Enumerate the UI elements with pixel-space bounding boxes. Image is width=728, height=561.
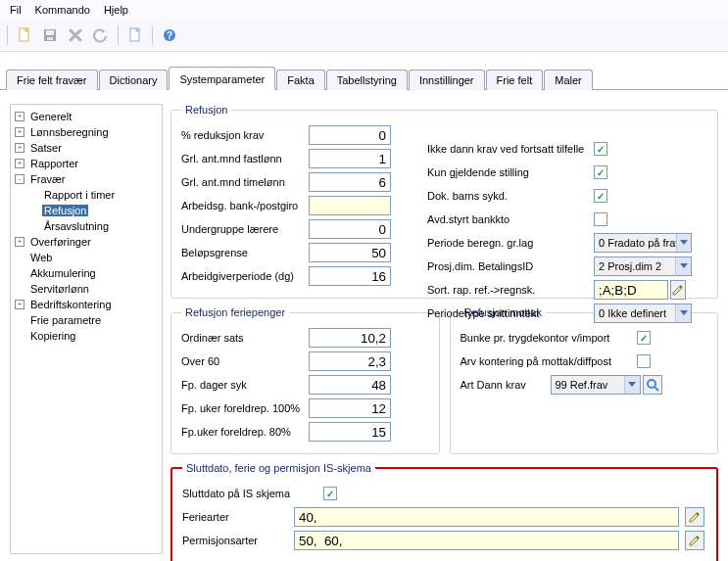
menu-fil[interactable]: Fil bbox=[10, 4, 22, 16]
tree-node-rapporter[interactable]: +Rapporter bbox=[13, 156, 160, 171]
tab-systemparameter[interactable]: Systemparameter bbox=[169, 67, 275, 90]
tree-node-servit-rl-nn[interactable]: Servitørlønn bbox=[13, 281, 160, 297]
tree-node-satser[interactable]: +Satser bbox=[13, 140, 160, 156]
bunke-checkbox[interactable]: ✓ bbox=[637, 331, 651, 345]
ordinar-label: Ordinær sats bbox=[181, 332, 309, 344]
tree-label: Lønnsberegning bbox=[28, 126, 111, 138]
feriearter-input[interactable] bbox=[294, 507, 679, 527]
sluttdato-checkbox[interactable]: ✓ bbox=[323, 487, 337, 500]
tree-toggle-icon[interactable]: + bbox=[15, 112, 24, 121]
tree-toggle-icon[interactable]: - bbox=[15, 174, 24, 184]
over60-input[interactable] bbox=[309, 351, 391, 371]
tab-fakta[interactable]: Fakta bbox=[276, 70, 325, 90]
sort-input[interactable] bbox=[594, 280, 668, 300]
chevron-down-icon bbox=[675, 257, 691, 275]
tree-toggle-icon[interactable]: + bbox=[15, 143, 24, 153]
tree-label: Generelt bbox=[28, 111, 73, 122]
tree-node--rsavslutning[interactable]: Årsavslutning bbox=[13, 218, 160, 234]
delete-button[interactable] bbox=[64, 23, 87, 47]
ikke-dann-checkbox[interactable]: ✓ bbox=[594, 142, 607, 156]
sluttdato-label: Sluttdato på IS skjema bbox=[182, 488, 319, 499]
uker80-input[interactable] bbox=[309, 422, 391, 442]
uker100-input[interactable] bbox=[309, 398, 391, 418]
ikke-dann-label: Ikke dann krav ved fortsatt tilfelle bbox=[427, 143, 594, 155]
tree-node-bedriftskontering[interactable]: +Bedriftskontering bbox=[13, 297, 160, 312]
tree-node-l-nnsberegning[interactable]: +Lønnsberegning bbox=[13, 124, 160, 140]
save-button[interactable] bbox=[38, 23, 62, 47]
bank-label: Arbeidsg. bank-/postgiro bbox=[181, 200, 309, 211]
tree-toggle-icon[interactable]: + bbox=[15, 159, 24, 168]
tree-label: Kopiering bbox=[28, 330, 77, 342]
timelonn-input[interactable] bbox=[309, 172, 391, 192]
page-button[interactable] bbox=[123, 23, 147, 47]
tree-label: Satser bbox=[28, 142, 64, 154]
art-combo[interactable]: 99 Ref.frav bbox=[551, 375, 641, 395]
kun-gjeld-checkbox[interactable]: ✓ bbox=[594, 165, 607, 179]
content-panel: Refusjon % reduksjon krav Grl. ant.mnd f… bbox=[170, 104, 718, 561]
permisjon-input[interactable] bbox=[294, 531, 679, 550]
tree-label: Fravær bbox=[28, 173, 67, 185]
chevron-down-icon bbox=[624, 376, 640, 394]
dager-input[interactable] bbox=[309, 375, 391, 395]
art-search-button[interactable] bbox=[643, 375, 662, 395]
is-skjema-legend: Sluttdato, ferie og permisjon IS-skjema bbox=[182, 462, 375, 474]
tree-node-frie-parametre[interactable]: Frie parametre bbox=[13, 312, 160, 328]
new-doc-button[interactable] bbox=[13, 23, 36, 47]
tree-node-refusjon[interactable]: Refusjon bbox=[13, 203, 160, 218]
tab-tabellstyring[interactable]: Tabellstyring bbox=[326, 70, 408, 90]
separator bbox=[7, 25, 8, 45]
feriearter-edit-button[interactable] bbox=[685, 507, 704, 527]
feriepenger-group: Refusjon feriepenger Ordinær sats Over 6… bbox=[170, 306, 440, 454]
tab-frie-felt-fravær[interactable]: Frie felt fravær bbox=[6, 70, 98, 90]
tree-node-akkumulering[interactable]: Akkumulering bbox=[13, 265, 160, 281]
tab-frie-felt[interactable]: Frie felt bbox=[486, 70, 544, 90]
menu-kommando[interactable]: Kommando bbox=[35, 4, 90, 16]
refusjon-legend: Refusjon bbox=[181, 104, 231, 116]
tab-maler[interactable]: Maler bbox=[544, 70, 593, 90]
avdstyrt-checkbox[interactable] bbox=[594, 212, 607, 226]
periode-beregn-value: 0 Fradato på frav bbox=[599, 237, 676, 249]
menu-hjelp[interactable]: Hjelp bbox=[104, 4, 128, 16]
svg-rect-3 bbox=[47, 37, 53, 40]
tree-node-frav-r[interactable]: -Fravær bbox=[13, 171, 160, 187]
tree-label: Rapporter bbox=[28, 158, 80, 169]
tree-node-kopiering[interactable]: Kopiering bbox=[13, 328, 160, 344]
tab-dictionary[interactable]: Dictionary bbox=[99, 70, 169, 90]
tree-label: Akkumulering bbox=[28, 267, 98, 279]
permisjon-edit-button[interactable] bbox=[685, 531, 704, 550]
tree-toggle-icon[interactable]: + bbox=[15, 127, 24, 137]
tab-innstillinger[interactable]: Innstillinger bbox=[409, 70, 485, 90]
ordinar-input[interactable] bbox=[309, 328, 391, 348]
undo-button[interactable] bbox=[89, 23, 113, 47]
tree-node-web[interactable]: Web bbox=[13, 250, 160, 265]
chevron-down-icon bbox=[675, 304, 691, 322]
tree-toggle-icon[interactable]: + bbox=[15, 237, 24, 247]
arv-checkbox[interactable] bbox=[637, 354, 651, 368]
uker100-label: Fp. uker foreldrep. 100% bbox=[181, 402, 309, 414]
periode-input[interactable] bbox=[309, 266, 391, 286]
tree-label: Overføringer bbox=[28, 236, 93, 248]
periode-beregn-combo[interactable]: 0 Fradato på frav bbox=[594, 233, 692, 253]
periodetype-combo[interactable]: 0 Ikke definert bbox=[594, 304, 692, 323]
undergruppe-input[interactable] bbox=[309, 219, 391, 239]
fastlonn-input[interactable] bbox=[309, 149, 391, 168]
tree-node-rapport-i-timer[interactable]: Rapport i timer bbox=[13, 187, 160, 203]
help-button[interactable]: ? bbox=[158, 23, 181, 47]
reduksjon-input[interactable] bbox=[309, 125, 391, 145]
tree-node-overf-ringer[interactable]: +Overføringer bbox=[13, 234, 160, 250]
sort-label: Sort. rap. ref.->regnsk. bbox=[427, 284, 594, 296]
bank-input[interactable] bbox=[309, 196, 391, 215]
sort-edit-button[interactable] bbox=[670, 280, 686, 300]
kun-gjeld-label: Kun gjeldende stilling bbox=[427, 166, 594, 178]
tree-node-generelt[interactable]: +Generelt bbox=[13, 109, 160, 124]
tree-panel: +Generelt+Lønnsberegning+Satser+Rapporte… bbox=[10, 104, 163, 554]
tree-toggle-icon[interactable]: + bbox=[15, 300, 24, 309]
refusjon-group: Refusjon % reduksjon krav Grl. ant.mnd f… bbox=[170, 104, 718, 299]
tree-label: Servitørlønn bbox=[28, 283, 91, 295]
prosj-combo[interactable]: 2 Prosj.dim 2 bbox=[594, 257, 692, 276]
belop-input[interactable] bbox=[309, 243, 391, 262]
timelonn-label: Grl. ant.mnd timelønn bbox=[181, 176, 309, 188]
belop-label: Beløpsgrense bbox=[181, 247, 309, 258]
dok-barns-checkbox[interactable]: ✓ bbox=[594, 189, 607, 203]
permisjon-label: Permisjonsarter bbox=[182, 535, 290, 546]
